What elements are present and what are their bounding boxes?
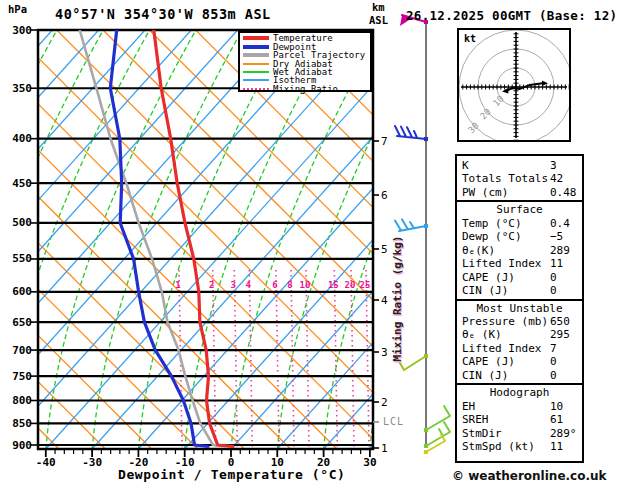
- x-axis-title: Dewpoint / Temperature (°C): [118, 467, 346, 482]
- table-row-value: 3: [550, 159, 557, 172]
- table-row-value: 0: [550, 355, 557, 368]
- pressure-tick-label: 900: [2, 439, 32, 452]
- legend-line-sample-icon: [243, 53, 269, 57]
- legend-line-sample-icon: [243, 71, 269, 73]
- pressure-axis-unit: hPa: [8, 3, 27, 15]
- table-row-value: 11: [550, 440, 563, 453]
- km-tick-label: 1: [381, 442, 388, 455]
- table-row-label: PW (cm): [462, 186, 550, 199]
- skewt-sounding-page: hPa 40°57'N 354°30'W 853m ASL km ASL 26.…: [0, 0, 629, 486]
- table-row-label: CAPE (J): [462, 355, 550, 368]
- table-row: Temp (°C)0.4: [457, 217, 582, 230]
- table-row-label: Dewp (°C): [462, 230, 550, 243]
- table-row: θₑ (K)295: [457, 328, 582, 341]
- table-section-divider: [457, 200, 582, 202]
- mixing-ratio-value-label: 1: [168, 280, 188, 290]
- table-row-label: StmDir: [462, 427, 550, 440]
- temp-tick-label: -40: [24, 456, 68, 469]
- table-row: CIN (J)0: [457, 369, 582, 382]
- wind-barb-base-dot: [424, 428, 428, 432]
- wind-barb-base-dot: [424, 450, 428, 454]
- table-row-label: CIN (J): [462, 369, 550, 382]
- table-row-label: θₑ (K): [462, 328, 550, 341]
- km-tick-label: 5: [381, 243, 388, 256]
- table-row-value: 42: [550, 172, 563, 185]
- table-row-label: Lifted Index: [462, 342, 550, 355]
- table-row: θₑ(K)289: [457, 244, 582, 257]
- parcel-trajectory-curve: [80, 30, 233, 447]
- temp-tick-label: 30: [348, 456, 392, 469]
- wind-barb-base-dot: [424, 444, 428, 448]
- legend-line-sample-icon: [243, 45, 269, 49]
- table-row-label: SREH: [462, 413, 550, 426]
- table-row-value: −5: [550, 230, 563, 243]
- table-row-label: CIN (J): [462, 284, 550, 297]
- table-row-value: 289°: [550, 427, 577, 440]
- table-row-value: 0: [550, 369, 557, 382]
- table-row-value: 61: [550, 413, 563, 426]
- hodograph-trace-arrowhead: [502, 88, 509, 94]
- table-section-divider: [457, 383, 582, 385]
- mixing-ratio-value-label: 4: [238, 280, 258, 290]
- legend-line-sample-icon: [243, 88, 269, 90]
- mixing-ratio-value-label: 25: [355, 280, 375, 290]
- pressure-tick-label: 300: [2, 24, 32, 37]
- hodograph-trace-arrowhead: [542, 81, 548, 87]
- table-row: Dewp (°C)−5: [457, 230, 582, 243]
- mixing-ratio-axis-label: Mixing Ratio (g/kg): [391, 214, 404, 384]
- sounding-curves-group: [80, 30, 233, 447]
- wind-barb-icon: [426, 422, 450, 446]
- table-row: Totals Totals42: [457, 172, 582, 185]
- table-row-value: 11: [550, 257, 563, 270]
- km-tick-label: 4: [381, 294, 388, 307]
- table-section-header: Most Unstable: [457, 302, 582, 315]
- wind-barb-icon: [395, 126, 426, 139]
- legend-item: Mixing Ratio: [243, 85, 370, 93]
- table-row-label: Temp (°C): [462, 217, 550, 230]
- altitude-axis-unit-asl: ASL: [369, 14, 388, 26]
- pressure-tick-label: 750: [2, 370, 32, 383]
- table-row: CAPE (J)0: [457, 271, 582, 284]
- mixing-ratio-line: [334, 270, 337, 447]
- wind-barb-base-dot: [424, 137, 428, 141]
- table-row-value: 7: [550, 342, 557, 355]
- mixing-ratio-value-label: 2: [202, 280, 222, 290]
- km-tick-label: 6: [381, 189, 388, 202]
- table-row-value: 0.48: [550, 186, 577, 199]
- lcl-label: LCL: [383, 416, 404, 427]
- table-row: SREH61: [457, 413, 582, 426]
- hodograph-unit-label: kt: [464, 33, 476, 44]
- table-row: Lifted Index7: [457, 342, 582, 355]
- table-row: CAPE (J)0: [457, 355, 582, 368]
- pressure-tick-label: 800: [2, 394, 32, 407]
- table-row-label: Totals Totals: [462, 172, 550, 185]
- table-row: CIN (J)0: [457, 284, 582, 297]
- table-row-label: θₑ(K): [462, 244, 550, 257]
- table-row: StmDir289°: [457, 427, 582, 440]
- table-row: PW (cm)0.48: [457, 186, 582, 199]
- table-row-label: StmSpd (kt): [462, 440, 550, 453]
- valid-datetime: 26.12.2025 00GMT (Base: 12): [406, 8, 617, 23]
- km-tick-label: 3: [381, 346, 388, 359]
- temp-tick-label: 20: [302, 456, 346, 469]
- pressure-tick-label: 500: [2, 216, 32, 229]
- temp-tick-label: -10: [163, 456, 207, 469]
- km-tick-label: 2: [381, 396, 388, 409]
- km-tick-label: 7: [381, 135, 388, 148]
- table-row-label: CAPE (J): [462, 271, 550, 284]
- hodograph-box: kt 102030: [457, 28, 571, 142]
- table-row-label: K: [462, 159, 550, 172]
- copyright-text: © weatheronline.co.uk: [452, 469, 607, 483]
- temp-tick-label: -30: [70, 456, 114, 469]
- table-row: K3: [457, 159, 582, 172]
- table-row: StmSpd (kt)11: [457, 440, 582, 453]
- pressure-tick-label: 700: [2, 344, 32, 357]
- temp-tick-label: -20: [116, 456, 160, 469]
- altitude-axis-unit-km: km: [372, 1, 385, 13]
- table-section-header: Surface: [457, 203, 582, 216]
- mixing-ratio-line: [234, 270, 237, 447]
- mixing-ratio-line: [249, 270, 252, 447]
- temp-tick-label: 0: [209, 456, 253, 469]
- legend-line-sample-icon: [243, 36, 269, 40]
- chart-legend: TemperatureDewpointParcel TrajectoryDry …: [238, 31, 372, 92]
